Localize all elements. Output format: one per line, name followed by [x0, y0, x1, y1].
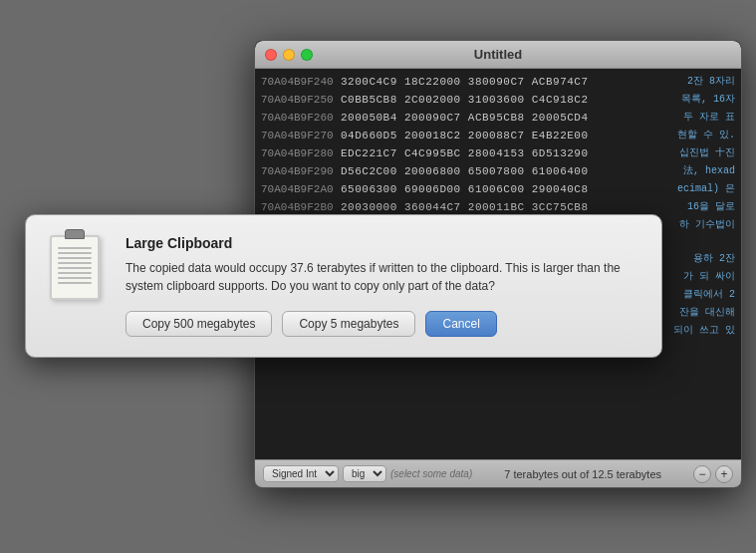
dialog-buttons: Copy 500 megabytes Copy 5 megabytes Canc…: [126, 311, 637, 337]
hex-text: 두 자로 표: [606, 110, 735, 126]
hex-address: 70A04B9F280: [261, 145, 341, 161]
table-row: 70A04B9F240 3200C4C9 18C22000 380090C7 A…: [255, 73, 741, 91]
hex-bytes: D56C2C00 20006800 65007800 61006400: [341, 163, 606, 179]
hex-address: 70A04B9F2A0: [261, 181, 341, 197]
hex-address: 70A04B9F250: [261, 92, 341, 108]
clipboard-lines: [52, 237, 98, 293]
clipboard-line: [58, 277, 92, 279]
dialog-text: Large Clipboard The copied data would oc…: [126, 235, 637, 337]
table-row: 70A04B9F250 C0BB5CB8 2C002000 31003600 C…: [255, 91, 741, 109]
hex-bytes: 04D660D5 200018C2 200088C7 E4B22E00: [341, 128, 606, 143]
clipboard-line: [58, 252, 92, 254]
copy-500mb-button[interactable]: Copy 500 megabytes: [126, 311, 272, 337]
clipboard-line: [58, 267, 92, 269]
dialog-icon: [50, 235, 110, 305]
clipboard-line: [58, 262, 92, 264]
status-bar: Signed Int big (select some data) 7 tera…: [255, 459, 741, 487]
dialog-message: The copied data would occupy 37.6 teraby…: [126, 259, 637, 295]
hex-bytes: EDC221C7 C4C995BC 28004153 6D513290: [341, 145, 606, 161]
clipboard-image: [50, 235, 100, 300]
hex-text: ecimal) 은: [606, 181, 735, 197]
clipboard-line: [58, 272, 92, 274]
hex-text: 法, hexad: [606, 163, 735, 179]
hex-text: 2잔 8자리: [606, 74, 735, 90]
type-select[interactable]: Signed Int: [263, 465, 339, 482]
traffic-lights: [265, 49, 313, 61]
clipboard-clip: [65, 229, 85, 239]
clipboard-line: [58, 247, 92, 249]
decrease-button[interactable]: −: [693, 465, 711, 483]
window-title: Untitled: [474, 47, 522, 62]
clipboard-line: [58, 282, 92, 284]
dialog-title: Large Clipboard: [126, 235, 637, 251]
table-row: 70A04B9F280 EDC221C7 C4C995BC 28004153 6…: [255, 144, 741, 162]
hex-bytes: 65006300 69006D00 61006C00 290040C8: [341, 181, 606, 197]
status-hint: (select some data): [390, 468, 472, 479]
hex-address: 70A04B9F260: [261, 110, 341, 126]
copy-5mb-button[interactable]: Copy 5 megabytes: [282, 311, 415, 337]
hex-text: 16을 달로: [606, 199, 735, 215]
large-clipboard-dialog: Large Clipboard The copied data would oc…: [25, 214, 662, 358]
hex-address: 70A04B9F270: [261, 128, 341, 143]
clipboard-line: [58, 257, 92, 259]
maximize-button[interactable]: [301, 49, 313, 61]
hex-text: 십진법 十진: [606, 145, 735, 161]
status-left: Signed Int big (select some data): [263, 465, 472, 482]
table-row: 70A04B9F2A0 65006300 69006D00 61006C00 2…: [255, 180, 741, 198]
minimize-button[interactable]: [283, 49, 295, 61]
table-row: 70A04B9F260 200050B4 200090C7 ACB95CB8 2…: [255, 109, 741, 127]
hex-bytes: C0BB5CB8 2C002000 31003600 C4C918C2: [341, 92, 606, 108]
table-row: 70A04B9F290 D56C2C00 20006800 65007800 6…: [255, 162, 741, 180]
title-bar: Untitled: [255, 41, 741, 69]
cancel-button[interactable]: Cancel: [425, 311, 496, 337]
status-controls: − +: [693, 465, 733, 483]
hex-address: 70A04B9F290: [261, 163, 341, 179]
status-total: 7 terabytes out of 12.5 terabytes: [472, 468, 693, 480]
dialog-content: Large Clipboard The copied data would oc…: [50, 235, 637, 337]
hex-bytes: 3200C4C9 18C22000 380090C7 ACB974C7: [341, 74, 606, 90]
hex-text: 현할 수 있.: [606, 128, 735, 143]
increase-button[interactable]: +: [715, 465, 733, 483]
close-button[interactable]: [265, 49, 277, 61]
endian-select[interactable]: big: [343, 465, 386, 482]
table-row: 70A04B9F270 04D660D5 200018C2 200088C7 E…: [255, 127, 741, 144]
hex-bytes: 200050B4 200090C7 ACB95CB8 20005CD4: [341, 110, 606, 126]
hex-bytes: 20030000 360044C7 200011BC 3CC75CB8: [341, 199, 606, 215]
hex-address: 70A04B9F2B0: [261, 199, 341, 215]
hex-address: 70A04B9F240: [261, 74, 341, 90]
hex-text: 목록, 16자: [606, 92, 735, 108]
